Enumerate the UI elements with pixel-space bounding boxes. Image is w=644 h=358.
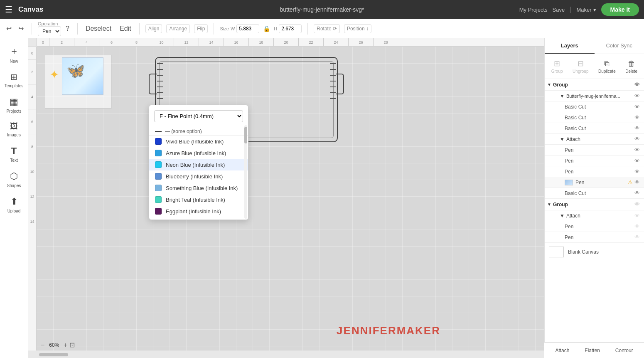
color-option-neon-blue[interactable]: Neon Blue (Infusible Ink) [149, 159, 248, 170]
color-dropdown[interactable]: F - Fine Point (0.4mm) — (some option) V… [149, 105, 248, 220]
layer-pen-g2-1-eye[interactable]: 👁 [634, 223, 640, 230]
layer-pen-g2-2[interactable]: Pen 👁 [545, 232, 644, 243]
layer-pen-g2-2-eye[interactable]: 👁 [634, 234, 640, 240]
layer-basic-cut-2[interactable]: Basic Cut 👁 [545, 112, 644, 123]
sidebar-item-images[interactable]: 🖼 Images [2, 119, 27, 141]
layer-basic-cut-2-eye[interactable]: 👁 [634, 114, 640, 121]
duplicate-tool-btn[interactable]: ⧉ Duplicate [596, 58, 618, 75]
attach-eye-icon[interactable]: 👁 [634, 136, 640, 142]
layer-pen-1-eye[interactable]: 👁 [634, 147, 640, 153]
maker-button[interactable]: Maker ▾ [576, 7, 596, 13]
zoom-out-button[interactable]: − [41, 341, 44, 349]
color-option-something-blue[interactable]: Something Blue (Infusible Ink) [149, 182, 248, 194]
contour-bottom-btn[interactable]: Contour [612, 346, 637, 355]
make-it-button[interactable]: Make It [601, 3, 639, 16]
layer-basic-cut-3[interactable]: Basic Cut 👁 [545, 123, 644, 134]
mug-notch-right [336, 74, 344, 94]
fine-point-select[interactable]: F - Fine Point (0.4mm) [154, 110, 243, 122]
text-icon: T [11, 146, 17, 156]
layer-pen-2[interactable]: Pen 👁 [545, 156, 644, 166]
design-box[interactable]: ✦ 🦋 [45, 55, 111, 109]
attach-2-group-header[interactable]: ▼ Attach 👁 [545, 210, 644, 221]
layer-pen-4[interactable]: Pen ⚠ 👁 [545, 177, 644, 188]
group-tool-btn[interactable]: ⊞ Group [549, 57, 565, 75]
scrollbar-horizontal[interactable] [37, 351, 544, 358]
butterfly-image: 🦋 [62, 57, 103, 95]
color-option-azure-blue[interactable]: Azure Blue (Infusible Ink) [149, 147, 248, 159]
layer-pen-3[interactable]: Pen 👁 [545, 166, 644, 177]
layer-pen-4-eye[interactable]: 👁 [634, 179, 640, 185]
color-option-vivid-blue[interactable]: Vivid Blue (Infusible Ink) [149, 136, 248, 147]
color-option-blueberry[interactable]: Blueberry (Infusible Ink) [149, 170, 248, 182]
cut-marks-right [330, 63, 336, 99]
attach-bottom-btn[interactable]: Attach [552, 346, 573, 355]
sidebar-item-shapes[interactable]: ⬡ Shapes [2, 168, 27, 191]
toolbar-separator-4 [214, 23, 214, 35]
delete-tool-btn[interactable]: 🗑 Delete [623, 58, 640, 75]
flatten-bottom-btn[interactable]: Flatten [581, 346, 603, 355]
tab-color-sync[interactable]: Color Sync [595, 38, 644, 54]
sidebar-item-text[interactable]: T Text [2, 142, 27, 166]
width-input[interactable] [236, 24, 259, 33]
layer-pen-4-thumb [565, 180, 573, 185]
attach-group-header[interactable]: ▼ Attach 👁 [545, 134, 644, 145]
zoom-fit-button[interactable]: ⊡ [69, 341, 75, 349]
zoom-in-button[interactable]: + [64, 341, 67, 349]
undo-button[interactable]: ↩ [4, 23, 14, 34]
position-btn[interactable]: Position ↕ [344, 24, 371, 33]
blank-canvas-row[interactable]: Blank Canvas [545, 243, 644, 261]
layer-pen-3-eye[interactable]: 👁 [634, 168, 640, 175]
toolbar-separator-1 [32, 23, 32, 35]
layers-list: ▼ Group 👁 ▼ Butterfly-mug-jenniferma... … [545, 79, 644, 358]
butterfly-group-header[interactable]: ▼ Butterfly-mug-jenniferma... 👁 [545, 91, 644, 101]
layer-basic-cut-1[interactable]: Basic Cut 👁 [545, 101, 644, 112]
attach-2-eye-icon[interactable]: 👁 [634, 212, 640, 219]
layer-pen-2-eye[interactable]: 👁 [634, 158, 640, 164]
deselect-button[interactable]: Deselect [84, 24, 113, 34]
my-projects-link[interactable]: My Projects [519, 7, 548, 13]
ruler-top: 0 2 4 6 8 10 12 14 16 18 20 22 24 26 28 [37, 38, 544, 47]
group-1-eye-icon[interactable]: 👁 [634, 81, 640, 88]
canvas-content[interactable]: ✦ 🦋 [37, 47, 544, 351]
left-sidebar: ＋ New ⊞ Templates ▦ Projects 🖼 Images T … [0, 38, 28, 358]
layer-basic-cut-3-label: Basic Cut [565, 126, 634, 131]
hamburger-menu[interactable]: ☰ [5, 5, 12, 15]
azure-blue-label: Azure Blue (Infusible Ink) [166, 150, 226, 156]
layer-attach-basic-cut-eye[interactable]: 👁 [634, 190, 640, 196]
group-2-header[interactable]: ▼ Group 👁 [545, 199, 644, 210]
butterfly-eye-icon[interactable]: 👁 [634, 93, 640, 99]
redo-button[interactable]: ↪ [16, 23, 26, 34]
group-1-header[interactable]: ▼ Group 👁 [545, 79, 644, 91]
color-option-eggplant[interactable]: Eggplant (Infusible Ink) [149, 205, 248, 217]
sidebar-item-templates[interactable]: ⊞ Templates [2, 69, 27, 91]
right-bottom-panel: Attach Flatten Contour [544, 342, 644, 358]
save-button[interactable]: Save [553, 7, 565, 13]
layer-attach-basic-cut[interactable]: Basic Cut 👁 [545, 188, 644, 199]
height-input[interactable] [279, 24, 302, 33]
align-button[interactable]: Align [145, 24, 162, 33]
layer-pen-1[interactable]: Pen 👁 [545, 145, 644, 156]
sidebar-item-new[interactable]: ＋ New [2, 42, 27, 67]
scrollbar-h-thumb[interactable] [39, 353, 68, 356]
operation-help[interactable]: ? [64, 24, 71, 34]
vivid-blue-swatch [155, 138, 162, 145]
sidebar-item-projects[interactable]: ▦ Projects [2, 93, 27, 117]
edit-button[interactable]: Edit [118, 24, 133, 34]
layer-basic-cut-1-eye[interactable]: 👁 [634, 104, 640, 110]
flip-button[interactable]: Flip [194, 24, 208, 33]
lock-icon[interactable]: 🔒 [261, 24, 272, 33]
ungroup-tool-btn[interactable]: ⊟ Ungroup [570, 57, 591, 75]
color-option-bright-teal[interactable]: Bright Teal (Infusible Ink) [149, 194, 248, 205]
azure-blue-swatch [155, 150, 162, 156]
operation-select[interactable]: Pen [38, 26, 61, 36]
upload-icon: ⬆ [10, 196, 18, 207]
group-2-eye-icon[interactable]: 👁 [634, 201, 640, 207]
tab-layers[interactable]: Layers [545, 38, 595, 54]
rotate-btn[interactable]: Rotate ⟳ [314, 24, 340, 33]
scrollbar-thumb[interactable] [244, 127, 247, 143]
layer-pen-g2-1[interactable]: Pen 👁 [545, 221, 644, 232]
sidebar-item-upload[interactable]: ⬆ Upload [2, 193, 27, 217]
arrange-button[interactable]: Arrange [166, 24, 190, 33]
canvas-area[interactable]: 0 2 4 6 8 10 12 14 16 18 20 22 24 26 28 … [28, 38, 544, 358]
layer-basic-cut-3-eye[interactable]: 👁 [634, 125, 640, 131]
